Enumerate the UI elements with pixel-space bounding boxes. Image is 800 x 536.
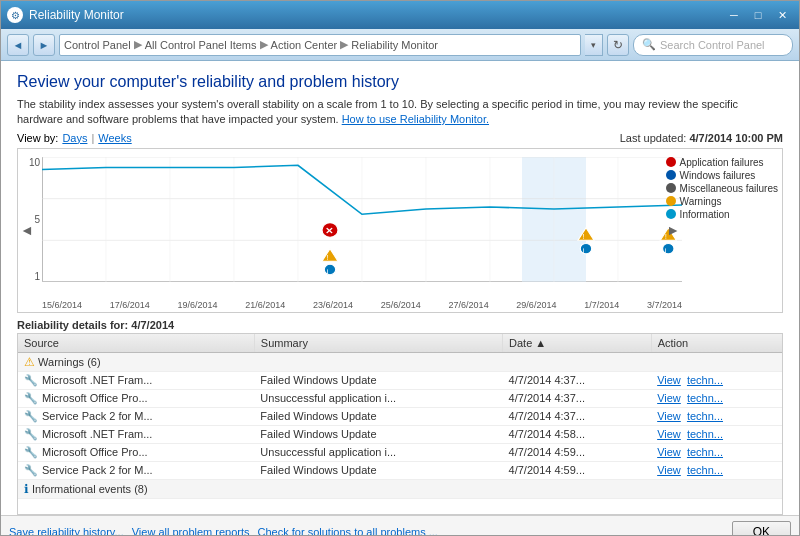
view-link[interactable]: View — [657, 410, 681, 422]
check-solutions-link[interactable]: Check for solutions to all problems ... — [258, 526, 438, 537]
svg-text:i: i — [665, 246, 667, 255]
search-box[interactable]: 🔍 Search Control Panel — [633, 34, 793, 56]
x-label-9: 3/7/2014 — [647, 300, 682, 310]
table-row[interactable]: 🔧Microsoft .NET Fram... Failed Windows U… — [18, 371, 782, 389]
table-row[interactable]: 🔧Microsoft Office Pro... Unsuccessful ap… — [18, 389, 782, 407]
view-by: View by: Days | Weeks Last updated: 4/7/… — [17, 132, 783, 144]
search-icon: 🔍 — [642, 38, 656, 51]
cell-source: 🔧Microsoft Office Pro... — [18, 443, 254, 461]
techn-link[interactable]: techn... — [687, 428, 723, 440]
group-row-warnings[interactable]: ⚠ Warnings (6) — [18, 352, 782, 371]
ok-button[interactable]: OK — [732, 521, 791, 537]
forward-button[interactable]: ► — [33, 34, 55, 56]
cell-source: 🔧Microsoft Office Pro... — [18, 389, 254, 407]
x-label-0: 15/6/2014 — [42, 300, 82, 310]
cell-date: 4/7/2014 4:37... — [503, 371, 652, 389]
cell-action: View techn... — [651, 443, 782, 461]
breadcrumb-4: Reliability Monitor — [351, 39, 438, 51]
legend-label-win: Windows failures — [680, 170, 756, 181]
address-bar: ◄ ► Control Panel ▶ All Control Panel It… — [1, 29, 799, 61]
chart-nav-right[interactable]: ► — [666, 222, 680, 238]
cell-summary: Failed Windows Update — [254, 425, 502, 443]
x-label-1: 17/6/2014 — [110, 300, 150, 310]
refresh-button[interactable]: ↻ — [607, 34, 629, 56]
breadcrumb-3: Action Center — [271, 39, 338, 51]
svg-text:✕: ✕ — [325, 225, 333, 235]
cell-summary: Unsuccessful application i... — [254, 443, 502, 461]
legend-dot-win — [666, 170, 676, 180]
view-weeks-link[interactable]: Weeks — [98, 132, 131, 144]
search-placeholder: Search Control Panel — [660, 39, 765, 51]
x-label-6: 27/6/2014 — [449, 300, 489, 310]
cell-summary: Unsuccessful application i... — [254, 389, 502, 407]
view-link[interactable]: View — [657, 392, 681, 404]
save-reliability-link[interactable]: Save reliability history... — [9, 526, 124, 537]
techn-link[interactable]: techn... — [687, 392, 723, 404]
group-row-informational[interactable]: ℹ Informational events (8) — [18, 479, 782, 498]
cell-summary: Failed Windows Update — [254, 461, 502, 479]
view-link[interactable]: View — [657, 374, 681, 386]
x-axis-labels: 15/6/2014 17/6/2014 19/6/2014 21/6/2014 … — [42, 300, 682, 310]
svg-marker-16 — [322, 248, 338, 261]
window-title: Reliability Monitor — [29, 8, 124, 22]
chart-legend: Application failures Windows failures Mi… — [666, 157, 778, 222]
reliability-chart[interactable]: 10 5 1 ✕ — [17, 148, 783, 313]
techn-link[interactable]: techn... — [687, 374, 723, 386]
footer-links: Save reliability history... View all pro… — [9, 526, 438, 537]
cell-source: 🔧Microsoft .NET Fram... — [18, 425, 254, 443]
col-date[interactable]: Date ▲ — [503, 334, 652, 353]
cell-date: 4/7/2014 4:59... — [503, 461, 652, 479]
last-updated: Last updated: 4/7/2014 10:00 PM — [620, 132, 783, 144]
address-dropdown[interactable]: ▾ — [585, 34, 603, 56]
how-to-link[interactable]: How to use Reliability Monitor. — [342, 113, 489, 125]
last-updated-value: 4/7/2014 10:00 PM — [689, 132, 783, 144]
x-label-4: 23/6/2014 — [313, 300, 353, 310]
legend-windows-failures: Windows failures — [666, 170, 778, 181]
title-bar-left: ⚙ Reliability Monitor — [7, 7, 124, 23]
address-field[interactable]: Control Panel ▶ All Control Panel Items … — [59, 34, 581, 56]
reliability-table-container: Source Summary Date ▲ Action ⚠ Warnings … — [17, 333, 783, 515]
table-row[interactable]: 🔧Microsoft .NET Fram... Failed Windows U… — [18, 425, 782, 443]
table-row[interactable]: 🔧Microsoft Office Pro... Unsuccessful ap… — [18, 443, 782, 461]
view-days-link[interactable]: Days — [62, 132, 87, 144]
view-link[interactable]: View — [657, 464, 681, 476]
table-row[interactable]: 🔧Service Pack 2 for M... Failed Windows … — [18, 461, 782, 479]
legend-information: Information — [666, 209, 778, 220]
table-row[interactable]: 🔧Service Pack 2 for M... Failed Windows … — [18, 407, 782, 425]
col-source[interactable]: Source — [18, 334, 254, 353]
cell-action: View techn... — [651, 407, 782, 425]
techn-link[interactable]: techn... — [687, 446, 723, 458]
legend-dot-info — [666, 209, 676, 219]
view-link[interactable]: View — [657, 428, 681, 440]
svg-text:i: i — [327, 267, 329, 276]
cell-summary: Failed Windows Update — [254, 371, 502, 389]
maximize-button[interactable]: □ — [747, 6, 769, 24]
view-link[interactable]: View — [657, 446, 681, 458]
back-button[interactable]: ◄ — [7, 34, 29, 56]
reliability-details-heading: Reliability details for: 4/7/2014 — [17, 319, 783, 331]
svg-text:!: ! — [327, 253, 329, 262]
chart-nav-left[interactable]: ◄ — [20, 222, 34, 238]
techn-link[interactable]: techn... — [687, 464, 723, 476]
svg-text:i: i — [583, 246, 585, 255]
techn-link[interactable]: techn... — [687, 410, 723, 422]
legend-dot-app — [666, 157, 676, 167]
x-label-2: 19/6/2014 — [178, 300, 218, 310]
minimize-button[interactable]: ─ — [723, 6, 745, 24]
col-summary[interactable]: Summary — [254, 334, 502, 353]
cell-date: 4/7/2014 4:59... — [503, 443, 652, 461]
y-label-1: 1 — [34, 271, 42, 282]
group-label-warnings: ⚠ Warnings (6) — [18, 352, 782, 371]
footer: Save reliability history... View all pro… — [1, 515, 799, 536]
legend-label-info: Information — [680, 209, 730, 220]
cell-action: View techn... — [651, 371, 782, 389]
description: The stability index assesses your system… — [17, 97, 783, 128]
app-icon: ⚙ — [7, 7, 23, 23]
legend-dot-warn — [666, 196, 676, 206]
close-button[interactable]: ✕ — [771, 6, 793, 24]
legend-app-failures: Application failures — [666, 157, 778, 168]
col-action[interactable]: Action — [651, 334, 782, 353]
view-all-reports-link[interactable]: View all problem reports — [132, 526, 250, 537]
info-group-icon: ℹ — [24, 482, 29, 496]
cell-date: 4/7/2014 4:37... — [503, 407, 652, 425]
